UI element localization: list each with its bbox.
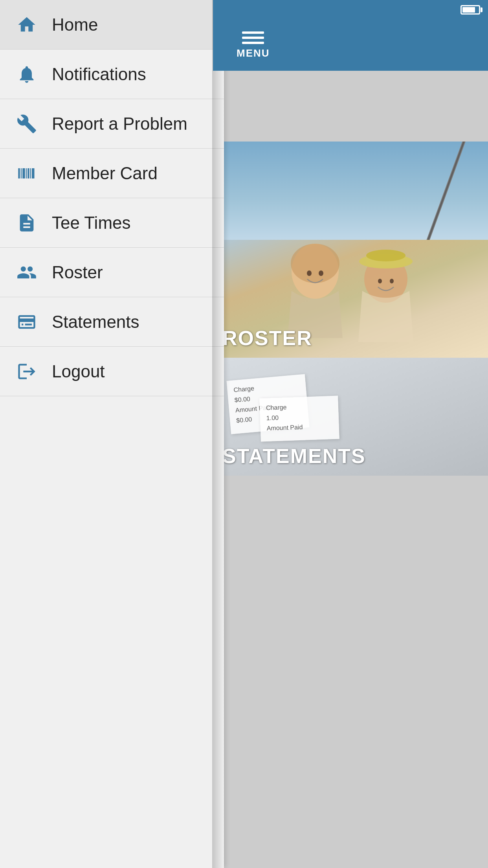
sidebar-item-logout[interactable]: Logout — [0, 347, 224, 396]
battery-icon — [460, 5, 480, 15]
doc2-amount-paid-label: Amount Paid — [267, 423, 333, 432]
statements-icon — [16, 311, 38, 333]
document-icon — [16, 212, 38, 234]
svg-point-9 — [390, 279, 394, 283]
sidebar-item-report-problem-label: Report a Problem — [52, 114, 187, 134]
sidebar-item-tee-times[interactable]: Tee Times — [0, 198, 224, 248]
svg-point-1 — [291, 244, 339, 283]
sidebar-item-notifications[interactable]: Notifications — [0, 50, 224, 99]
sidebar-item-logout-label: Logout — [52, 362, 105, 381]
hamburger-icon — [242, 31, 264, 44]
svg-point-2 — [307, 270, 312, 276]
sidebar-item-tee-times-label: Tee Times — [52, 213, 131, 233]
tile-roster-label: ROSTER — [222, 326, 312, 350]
doc2-charge-value: 1.00 — [266, 412, 333, 422]
tile-statements-label: STATEMENTS — [222, 444, 366, 468]
menu-label: MENU — [237, 47, 270, 59]
barcode-icon — [16, 162, 38, 184]
svg-point-8 — [378, 279, 382, 283]
tiles-container: TEE TIMES — [213, 71, 488, 476]
statement-doc-2: Charge 1.00 Amount Paid — [259, 396, 339, 442]
bell-icon — [16, 63, 38, 85]
menu-button[interactable]: MENU — [237, 31, 270, 59]
sidebar-item-statements[interactable]: Statements — [0, 297, 224, 347]
content-panel: TEE TIMES — [213, 0, 488, 868]
status-bar — [213, 0, 488, 20]
doc2-charge-label: Charge — [266, 402, 332, 412]
sidebar-item-roster-label: Roster — [52, 263, 103, 282]
sidebar-item-report-problem[interactable]: Report a Problem — [0, 99, 224, 149]
sidebar-item-home-label: Home — [52, 15, 98, 35]
sidebar: Home Notifications Report a Problem Memb… — [0, 0, 224, 868]
svg-point-3 — [319, 270, 323, 276]
sidebar-item-member-card-label: Member Card — [52, 164, 158, 183]
sidebar-item-home[interactable]: Home — [0, 0, 224, 50]
sidebar-item-member-card[interactable]: Member Card — [0, 149, 224, 198]
tile-roster[interactable]: ROSTER — [213, 240, 488, 358]
svg-point-7 — [366, 250, 405, 261]
menu-bar[interactable]: MENU — [213, 20, 488, 71]
sidebar-item-statements-label: Statements — [52, 312, 139, 332]
sidebar-item-notifications-label: Notifications — [52, 64, 146, 84]
roster-icon — [16, 261, 38, 283]
logout-icon — [16, 360, 38, 383]
wrench-icon — [16, 113, 38, 135]
sidebar-item-roster[interactable]: Roster — [0, 248, 224, 297]
home-icon — [16, 14, 38, 36]
battery-fill — [462, 7, 475, 13]
tile-statements[interactable]: Charge $0.00 Amount Paid $0.00 Charge 1.… — [213, 358, 488, 476]
